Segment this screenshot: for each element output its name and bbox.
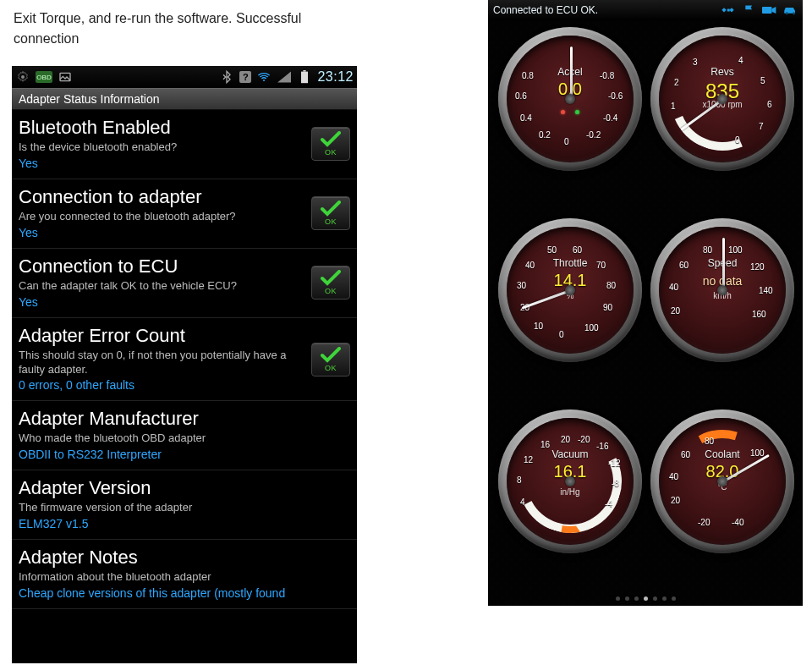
ok-label: OK	[325, 287, 337, 295]
tick: 40	[669, 472, 678, 481]
gauge-needle	[570, 47, 573, 99]
gauge-hub	[565, 285, 575, 295]
tick: 4	[520, 497, 525, 507]
phone-right-screenshot: Connected to ECU OK. Accel 0.0 0.8 0.6 0…	[488, 0, 803, 606]
item-bluetooth-enabled[interactable]: Bluetooth Enabled Is the device bluetoot…	[12, 110, 357, 179]
tick: 80	[606, 281, 616, 290]
item-desc: Can the adapter talk OK to the vehicle E…	[19, 279, 350, 294]
pager-dot[interactable]	[672, 596, 676, 601]
svg-rect-7	[727, 9, 730, 12]
tick: -20	[698, 518, 710, 527]
ok-label: OK	[325, 364, 337, 372]
tick: -0.8	[600, 71, 614, 80]
gauge-hub	[717, 285, 727, 295]
tick: 0.2	[539, 130, 551, 140]
gauge-accel[interactable]: Accel 0.0 0.8 0.6 0.4 0.2 0 -0.2 -0.4 -0…	[498, 27, 642, 171]
status-led-green	[575, 110, 579, 114]
item-connection-adapter[interactable]: Connection to adapter Are you connected …	[12, 179, 357, 249]
pager-dot[interactable]	[616, 596, 620, 601]
item-value: 0 errors, 0 other faults	[19, 378, 350, 392]
tick: 12	[524, 455, 533, 464]
tick: -12	[608, 459, 620, 468]
item-title: Bluetooth Enabled	[19, 117, 350, 139]
tick: 60	[681, 450, 690, 459]
tick: 40	[525, 261, 535, 270]
tick: 0	[735, 135, 740, 145]
flag-icon	[742, 4, 757, 16]
tick: 8	[517, 475, 522, 485]
item-notes[interactable]: Adapter Notes Information about the blue…	[12, 540, 357, 609]
item-desc: Information about the bluetooth adapter	[19, 570, 350, 585]
signal-icon	[277, 69, 292, 85]
item-title: Adapter Notes	[19, 547, 350, 569]
ok-badge: OK	[311, 266, 350, 300]
gauge-vacuum[interactable]: Vacuum 16.1 in/Hg 4 8 12 16 20 -20 -16 -…	[498, 409, 642, 553]
gauge-throttle[interactable]: Throttle 14.1 % 10 20 30 40 50 60 70 80 …	[498, 218, 642, 362]
status-led-red	[561, 110, 565, 114]
svg-point-0	[21, 75, 25, 79]
item-title: Adapter Error Count	[19, 325, 350, 347]
svg-rect-3	[301, 72, 308, 84]
tick: 0.6	[515, 91, 527, 101]
battery-icon	[297, 69, 312, 85]
svg-rect-5	[721, 8, 726, 12]
pager-dot-active[interactable]	[644, 596, 648, 601]
ok-badge: OK	[311, 343, 350, 376]
item-title: Connection to ECU	[19, 256, 350, 278]
gauge-coolant[interactable]: Coolant 82.0 °C 20 40 60 80 100 -20 -40	[650, 409, 794, 553]
item-error-count[interactable]: Adapter Error Count This should stay on …	[12, 318, 357, 402]
gallery-icon	[58, 69, 73, 85]
satellite-icon	[721, 4, 737, 16]
item-value: Cheap clone versions of this adapter (mo…	[19, 586, 350, 600]
item-connection-ecu[interactable]: Connection to ECU Can the adapter talk O…	[12, 249, 357, 318]
tick: -4	[605, 499, 612, 508]
gauge-label: Revs	[659, 66, 786, 78]
tick: 0.8	[522, 71, 534, 80]
tick: -40	[732, 518, 743, 527]
tick: 16	[540, 440, 550, 449]
svg-point-10	[793, 12, 795, 14]
tick: 20	[671, 496, 680, 505]
tick: 60	[679, 261, 689, 270]
page-indicator[interactable]	[488, 596, 803, 601]
tick: 30	[517, 281, 526, 290]
ok-badge: OK	[311, 127, 350, 161]
tick: 0	[559, 330, 564, 339]
gauge-hub	[565, 94, 575, 104]
item-version[interactable]: Adapter Version The firmware version of …	[12, 470, 357, 540]
item-desc: Is the device bluetooth enabled?	[19, 140, 350, 155]
item-manufacturer[interactable]: Adapter Manufacturer Who made the blueto…	[12, 401, 357, 470]
svg-point-2	[263, 80, 265, 81]
gauge-revs[interactable]: Revs 835 x1000 rpm 1 2 3 4 5 6 7 0	[650, 27, 794, 171]
notification-icon: ?	[239, 71, 251, 83]
pager-dot[interactable]	[653, 596, 657, 601]
tick: 5	[760, 76, 765, 85]
car-icon	[782, 4, 798, 16]
pager-dot[interactable]	[625, 596, 629, 601]
instruction-text: Exit Torque, and re-run the software. Su…	[14, 8, 352, 49]
gauge-speed[interactable]: Speed no data km/h 20 40 60 80 100 120 1…	[650, 218, 794, 362]
tick: -16	[596, 442, 608, 451]
gauge-hub	[717, 94, 727, 104]
svg-rect-4	[304, 70, 306, 72]
gauge-needle	[722, 238, 725, 290]
svg-point-9	[786, 12, 788, 14]
pager-dot[interactable]	[634, 596, 639, 601]
gauge-unit: in/Hg	[507, 487, 634, 497]
ok-label: OK	[325, 217, 337, 226]
svg-rect-6	[729, 8, 733, 12]
item-desc: The firmware version of the adapter	[19, 501, 350, 515]
tick: 1	[671, 102, 676, 111]
item-value: OBDII to RS232 Interpreter	[19, 448, 350, 461]
gauge-dashboard[interactable]: Accel 0.0 0.8 0.6 0.4 0.2 0 -0.2 -0.4 -0…	[488, 20, 803, 606]
clock: 23:12	[317, 69, 354, 85]
pager-dot[interactable]	[662, 596, 667, 601]
tick: 70	[596, 261, 606, 270]
tick: 50	[547, 245, 557, 255]
item-value: Yes	[19, 226, 350, 239]
tick: 160	[752, 310, 766, 319]
tick: 140	[759, 286, 773, 295]
item-value: Yes	[19, 295, 350, 309]
tick: 10	[534, 322, 543, 331]
svg-rect-8	[762, 7, 771, 14]
